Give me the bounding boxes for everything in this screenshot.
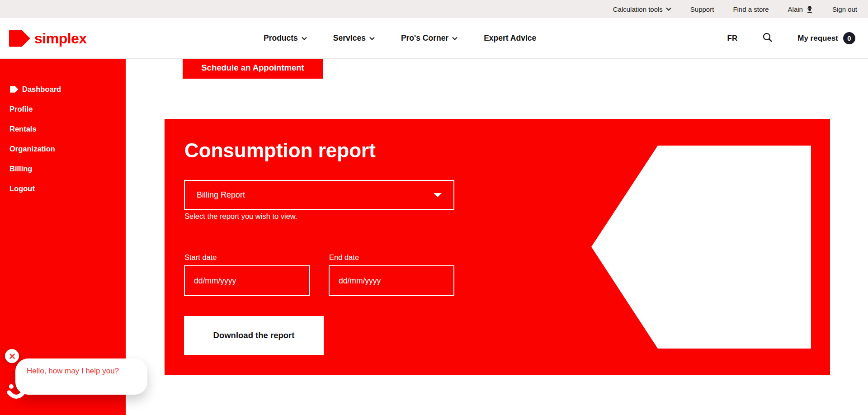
- sidebar-item-label: Logout: [9, 184, 35, 193]
- schedule-appointment-button[interactable]: Schedule an Appointment: [183, 59, 323, 79]
- sidebar-item-billing[interactable]: Billing: [0, 159, 126, 179]
- search-button[interactable]: [763, 33, 772, 44]
- utility-find-store[interactable]: Find a store: [733, 5, 769, 13]
- brand-mark-icon: [9, 30, 30, 47]
- brand-mark-icon: [10, 86, 18, 93]
- my-request-count-badge: 0: [843, 32, 855, 44]
- smiley-icon: [6, 381, 27, 402]
- start-date-input[interactable]: [184, 265, 310, 296]
- utility-calculation-tools[interactable]: Calculation tools: [613, 5, 671, 13]
- chat-greeting-bubble[interactable]: Hello, how may I help you?: [15, 358, 147, 395]
- consumption-report-panel: Consumption report Billing Report Select…: [165, 119, 830, 375]
- sidebar-item-rentals[interactable]: Rentals: [0, 119, 126, 139]
- brand-logo[interactable]: simplex: [9, 30, 87, 47]
- utility-account[interactable]: Alain: [788, 5, 813, 13]
- nav-products[interactable]: Products: [264, 33, 307, 43]
- sidebar-item-logout[interactable]: Logout: [0, 179, 126, 198]
- chevron-down-icon: [452, 37, 458, 40]
- report-select-help-text: Select the report you wish to view.: [184, 212, 297, 221]
- report-type-select[interactable]: Billing Report: [184, 180, 454, 210]
- nav-pros-corner[interactable]: Pro's Corner: [401, 33, 458, 43]
- caret-down-icon: [434, 193, 442, 197]
- utility-calculation-tools-label: Calculation tools: [613, 5, 663, 13]
- download-report-button[interactable]: Download the report: [184, 316, 324, 355]
- end-date-input[interactable]: [329, 265, 454, 296]
- sidebar-item-label: Dashboard: [22, 85, 61, 94]
- chat-close-button[interactable]: [5, 349, 19, 363]
- sidebar-item-label: Profile: [9, 105, 33, 113]
- primary-nav: Products Services Pro's Corner Expert Ad…: [264, 18, 536, 58]
- utility-bar: Calculation tools Support Find a store A…: [0, 0, 868, 18]
- sidebar-menu: Dashboard Profile Rentals Organization B…: [0, 59, 126, 198]
- sidebar-item-dashboard[interactable]: Dashboard: [0, 79, 126, 99]
- nav-services-label: Services: [333, 33, 366, 43]
- nav-expert-advice[interactable]: Expert Advice: [484, 33, 536, 43]
- close-icon: [9, 354, 15, 359]
- language-toggle[interactable]: FR: [727, 34, 738, 43]
- utility-support[interactable]: Support: [690, 5, 714, 13]
- header-right: FR My request 0: [727, 18, 855, 58]
- chat-launcher-button[interactable]: [6, 381, 27, 404]
- sidebar-item-label: Rentals: [9, 125, 37, 133]
- worker-icon: [806, 5, 813, 13]
- my-request-link[interactable]: My request 0: [797, 32, 855, 44]
- nav-products-label: Products: [264, 33, 298, 43]
- search-icon: [763, 33, 772, 42]
- schedule-appointment-label: Schedule an Appointment: [183, 59, 323, 73]
- sidebar-item-label: Billing: [9, 165, 32, 173]
- sidebar-item-label: Organization: [9, 145, 55, 153]
- sidebar-item-profile[interactable]: Profile: [0, 99, 126, 119]
- page-title: Consumption report: [184, 140, 376, 161]
- nav-pros-corner-label: Pro's Corner: [401, 33, 448, 43]
- nav-expert-advice-label: Expert Advice: [484, 33, 536, 43]
- start-date-label: Start date: [184, 253, 217, 262]
- report-type-selected-value: Billing Report: [197, 190, 245, 200]
- sidebar-item-organization[interactable]: Organization: [0, 139, 126, 159]
- end-date-label: End date: [329, 253, 359, 262]
- chevron-down-icon: [369, 37, 375, 40]
- chevron-down-icon: [666, 7, 671, 11]
- chevron-down-icon: [302, 37, 307, 40]
- main-header: simplex Products Services Pro's Corner E…: [0, 18, 868, 59]
- utility-account-name: Alain: [788, 5, 803, 13]
- brand-name: simplex: [34, 31, 87, 46]
- my-request-label: My request: [797, 34, 838, 43]
- nav-services[interactable]: Services: [333, 33, 375, 43]
- utility-sign-out[interactable]: Sign out: [832, 5, 857, 13]
- chat-greeting-text: Hello, how may I help you?: [27, 367, 119, 375]
